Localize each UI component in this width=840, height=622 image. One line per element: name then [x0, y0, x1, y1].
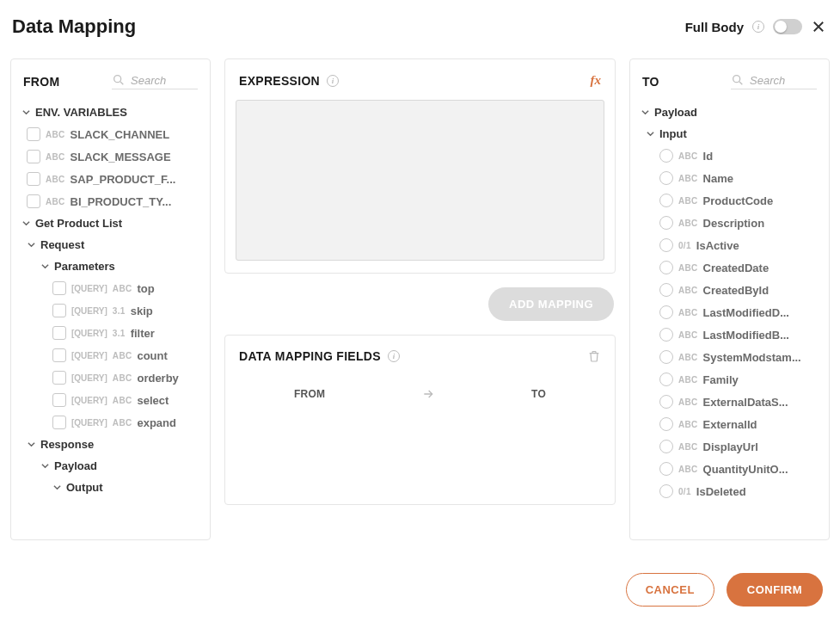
tree-item[interactable]: ABCProductCode	[637, 189, 822, 212]
checkbox[interactable]	[52, 393, 66, 407]
radio[interactable]	[659, 194, 673, 207]
radio[interactable]	[659, 149, 673, 163]
radio[interactable]	[659, 238, 673, 252]
tree-item[interactable]: ABCCreatedById	[637, 279, 822, 301]
tree-item[interactable]: ABCId	[637, 145, 822, 167]
chevron-down-icon[interactable]	[40, 462, 49, 471]
checkbox[interactable]	[52, 304, 66, 317]
radio[interactable]	[659, 350, 673, 364]
tree-item[interactable]: ABCLastModifiedD...	[637, 301, 822, 323]
from-search[interactable]	[112, 73, 198, 89]
chevron-down-icon[interactable]	[21, 108, 30, 117]
tree-item[interactable]: [QUERY]ABCcount	[18, 344, 203, 366]
checkbox[interactable]	[52, 416, 66, 429]
tree-item[interactable]: ABCBI_PRODUCT_TY...	[18, 190, 203, 212]
tree-item[interactable]: ABCExternalDataS...	[637, 391, 822, 413]
info-icon[interactable]: i	[388, 350, 400, 362]
tree-item[interactable]: [QUERY]ABCorderby	[18, 366, 203, 389]
item-label: IsActive	[696, 239, 739, 252]
checkbox[interactable]	[52, 371, 66, 385]
radio[interactable]	[659, 395, 673, 409]
chevron-down-icon[interactable]	[27, 241, 35, 249]
tree-item[interactable]: ABCLastModifiedB...	[637, 323, 822, 346]
tree-section[interactable]: Get Product List	[18, 212, 203, 234]
tree-item[interactable]: 0/1IsDeleted	[637, 480, 822, 502]
to-tree[interactable]: Payload Input ABCId ABCName ABCProductCo…	[630, 98, 829, 539]
close-icon[interactable]	[811, 19, 826, 34]
item-label: Name	[703, 172, 733, 185]
tree-item[interactable]: ABCExternalId	[637, 413, 822, 435]
radio[interactable]	[659, 462, 673, 476]
expression-textarea[interactable]	[236, 100, 604, 261]
to-search[interactable]	[731, 73, 817, 89]
radio[interactable]	[659, 328, 673, 342]
checkbox[interactable]	[27, 194, 40, 208]
type-tag: 3.1	[113, 329, 126, 338]
from-tree[interactable]: ENV. VARIABLES ABCSLACK_CHANNEL ABCSLACK…	[11, 98, 210, 539]
tree-section[interactable]: Output	[18, 477, 203, 498]
tree-item[interactable]: [QUERY]ABCtop	[18, 277, 203, 299]
radio[interactable]	[659, 171, 673, 185]
checkbox[interactable]	[52, 281, 66, 295]
tree-item[interactable]: ABCSystemModstam...	[637, 346, 822, 368]
full-body-toggle[interactable]	[773, 19, 802, 34]
info-icon[interactable]: i	[327, 75, 339, 87]
chevron-down-icon[interactable]	[52, 483, 61, 492]
tree-item[interactable]: ABCSLACK_MESSAGE	[18, 145, 203, 168]
tree-item[interactable]: [QUERY]ABCselect	[18, 389, 203, 411]
chevron-down-icon[interactable]	[21, 219, 30, 228]
checkbox[interactable]	[52, 348, 66, 362]
checkbox[interactable]	[27, 127, 40, 141]
add-mapping-button[interactable]: ADD MAPPING	[488, 287, 614, 321]
trash-icon[interactable]	[587, 349, 601, 363]
expression-panel: EXPRESSION i fx	[224, 59, 616, 274]
type-tag: ABC	[678, 151, 698, 161]
tree-item[interactable]: [QUERY]ABCexpand	[18, 411, 203, 434]
tree-section[interactable]: Payload	[637, 102, 822, 123]
radio[interactable]	[659, 283, 673, 297]
fx-icon[interactable]: fx	[591, 73, 602, 88]
type-tag: ABC	[678, 286, 698, 295]
radio[interactable]	[659, 373, 673, 386]
tree-section[interactable]: Request	[18, 234, 203, 256]
tree-item[interactable]: ABCDescription	[637, 212, 822, 234]
tree-section[interactable]: Response	[18, 434, 203, 455]
tree-item[interactable]: [QUERY]3.1skip	[18, 299, 203, 322]
to-search-input[interactable]	[750, 74, 817, 87]
tree-item[interactable]: ABCName	[637, 167, 822, 189]
radio[interactable]	[659, 216, 673, 230]
radio[interactable]	[659, 440, 673, 453]
radio[interactable]	[659, 305, 673, 319]
header: Data Mapping Full Body i	[0, 0, 840, 59]
tree-item[interactable]: ABCSLACK_CHANNEL	[18, 123, 203, 145]
tree-section[interactable]: ENV. VARIABLES	[18, 102, 203, 123]
tree-section[interactable]: Parameters	[18, 256, 203, 277]
tree-item[interactable]: ABCQuantityUnitO...	[637, 458, 822, 480]
chevron-down-icon[interactable]	[641, 108, 649, 117]
from-search-input[interactable]	[131, 74, 198, 87]
tree-section[interactable]: Payload	[18, 455, 203, 477]
checkbox[interactable]	[27, 172, 40, 186]
checkbox[interactable]	[52, 326, 66, 340]
radio[interactable]	[659, 417, 673, 431]
tree-item[interactable]: ABCSAP_PRODUCT_F...	[18, 168, 203, 190]
tree-section[interactable]: Input	[637, 123, 822, 145]
item-label: LastModifiedD...	[703, 306, 789, 319]
type-tag: 0/1	[678, 487, 691, 496]
tree-item[interactable]: ABCCreatedDate	[637, 256, 822, 279]
info-icon[interactable]: i	[752, 21, 764, 33]
chevron-down-icon[interactable]	[40, 262, 49, 271]
radio[interactable]	[659, 484, 673, 498]
type-tag: ABC	[113, 373, 132, 383]
type-tag: ABC	[113, 418, 132, 428]
cancel-button[interactable]: CANCEL	[626, 573, 714, 607]
tree-item[interactable]: ABCDisplayUrl	[637, 435, 822, 458]
chevron-down-icon[interactable]	[646, 130, 654, 139]
confirm-button[interactable]: CONFIRM	[727, 573, 823, 607]
chevron-down-icon[interactable]	[27, 440, 35, 449]
checkbox[interactable]	[27, 150, 40, 163]
tree-item[interactable]: 0/1IsActive	[637, 234, 822, 256]
radio[interactable]	[659, 261, 673, 274]
tree-item[interactable]: [QUERY]3.1filter	[18, 322, 203, 344]
tree-item[interactable]: ABCFamily	[637, 368, 822, 391]
